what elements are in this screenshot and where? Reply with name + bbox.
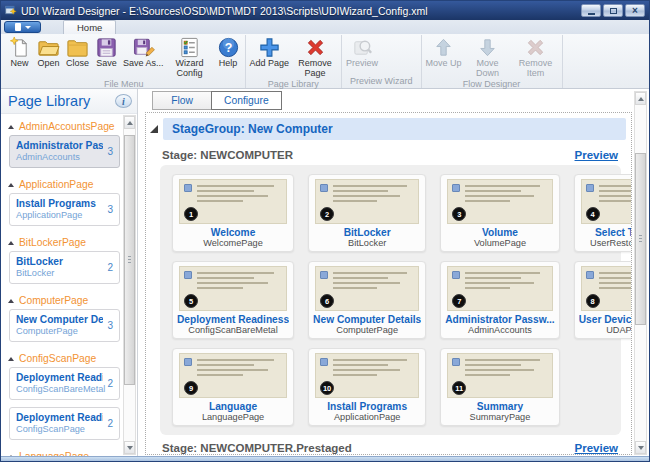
ribbon-group-flow-designer: Move Up Move Down Remove Item Flow Desig… [422, 35, 563, 88]
page-thumbnail: 8 [581, 266, 632, 311]
page-card-volume[interactable]: 3 Volume VolumePage [440, 174, 559, 252]
library-card-bitlocker[interactable]: BitLocker BitLocker 2 [9, 251, 120, 284]
main-scroll-thumb[interactable] [635, 153, 646, 325]
help-icon: ? [217, 36, 240, 59]
collapse-arrow-icon [8, 241, 14, 245]
page-thumbnail: 3 [447, 179, 552, 224]
page-thumbnail: 2 [315, 179, 419, 224]
main-scroll-track[interactable] [635, 105, 646, 441]
titlebar[interactable]: UDI Wizard Designer - E:\Sources\OSD\MDT… [1, 1, 649, 20]
page-card-summary[interactable]: 11 Summary SummaryPage [440, 348, 559, 426]
minimize-button[interactable] [581, 4, 601, 17]
collapse-arrow-icon [8, 357, 14, 361]
remove-page-button[interactable]: Remove Page [291, 35, 339, 78]
page-library-title: Page Library [8, 93, 115, 109]
page-thumbnail: 7 [447, 266, 552, 311]
stagegroup-expander-icon[interactable] [150, 125, 158, 133]
group-header-adminaccountspage[interactable]: AdminAccountsPage [1, 117, 122, 135]
sidebar-scroll-track[interactable] [124, 129, 135, 441]
group-header-languagepage[interactable]: LanguagePage [1, 447, 122, 456]
save-as-button[interactable]: Save As... [121, 35, 166, 69]
collapse-arrow-icon [8, 299, 14, 303]
library-card-install-programs[interactable]: Install Programs ApplicationPage 3 [9, 193, 120, 226]
info-icon[interactable] [115, 94, 132, 108]
close-file-button-label: Close [66, 59, 89, 69]
page-thumbnail: 1 [179, 179, 287, 224]
library-card-deployment-readiness-configscan[interactable]: Deployment Readiness ConfigScanPage 2 [9, 407, 120, 440]
page-thumbnail: 6 [315, 266, 419, 311]
page-card-install-programs[interactable]: 10 Install Programs ApplicationPage [308, 348, 426, 426]
wizard-config-button-label: Wizard Config [168, 59, 212, 78]
move-down-button[interactable]: Move Down [464, 35, 512, 78]
page-card-select-target[interactable]: 4 Select Target UserRestorePage [574, 174, 632, 252]
page-number-badge: 1 [184, 207, 198, 221]
tab-flow[interactable]: Flow [152, 91, 212, 110]
designer-tabs: Flow Configure [152, 91, 282, 110]
collapse-arrow-icon [8, 183, 14, 187]
move-up-button-label: Move Up [426, 59, 462, 69]
application-menu-button[interactable] [4, 21, 41, 33]
save-button[interactable]: Save [92, 35, 121, 69]
scroll-up-icon[interactable] [124, 116, 135, 129]
library-card-deployment-readiness-baremetal[interactable]: Deployment Readiness ConfigScanBareMetal… [9, 367, 120, 400]
new-button[interactable]: New [5, 35, 34, 69]
help-button[interactable]: ? Help [214, 35, 243, 69]
scroll-down-icon[interactable] [635, 441, 646, 454]
move-down-button-label: Move Down [466, 59, 510, 78]
minimize-icon [588, 13, 595, 15]
page-card-administrator-password[interactable]: 7 Administrator Passw... AdminAccounts [440, 261, 559, 339]
page-library-list: AdminAccountsPage Administrator Password… [1, 115, 122, 456]
add-page-button[interactable]: Add Page [248, 35, 292, 69]
wizard-config-icon [178, 36, 201, 59]
tab-home[interactable]: Home [63, 20, 116, 34]
group-header-bitlockerpage[interactable]: BitLockerPage [1, 233, 122, 251]
save-as-disk-icon [132, 36, 155, 59]
group-label-preview-wizard: Preview Wizard [344, 75, 419, 88]
remove-page-button-label: Remove Page [293, 59, 337, 78]
svg-text:?: ? [224, 41, 232, 55]
page-card-bitlocker[interactable]: 2 BitLocker BitLocker [308, 174, 426, 252]
preview-button[interactable]: Preview [344, 35, 380, 69]
page-card-user-device-affinity[interactable]: 8 User Device Affinity UDAPage [574, 261, 632, 339]
page-number-badge: 11 [452, 381, 466, 395]
remove-item-button[interactable]: Remove Item [512, 35, 560, 78]
group-header-computerpage[interactable]: ComputerPage [1, 291, 122, 309]
sidebar-scrollbar[interactable] [123, 115, 136, 455]
close-file-button[interactable]: Close [63, 35, 92, 69]
save-button-label: Save [96, 59, 117, 69]
ribbon-group-preview-wizard: Preview Preview Wizard [342, 35, 422, 88]
sidebar-scroll-thumb[interactable] [124, 135, 135, 385]
scroll-down-icon[interactable] [124, 441, 135, 454]
preview-magnifier-icon [351, 36, 374, 59]
tab-configure[interactable]: Configure [211, 91, 282, 110]
page-number-badge: 9 [184, 381, 198, 395]
collapse-arrow-icon [8, 125, 14, 129]
preview-link[interactable]: Preview [575, 149, 618, 161]
group-header-applicationpage[interactable]: ApplicationPage [1, 175, 122, 193]
open-button[interactable]: Open [34, 35, 63, 69]
move-up-button[interactable]: Move Up [424, 35, 464, 69]
page-card-language[interactable]: 9 Language LanguagePage [172, 348, 294, 426]
stage-label: Stage: NEWCOMPUTER [162, 149, 293, 161]
page-number-badge: 6 [320, 294, 334, 308]
scroll-up-icon[interactable] [635, 92, 646, 105]
page-card-welcome[interactable]: 1 Welcome WelcomePage [172, 174, 294, 252]
page-card-deployment-readiness[interactable]: 5 Deployment Readiness ConfigScanBareMet… [172, 261, 294, 339]
restore-icon [610, 8, 617, 14]
restore-button[interactable] [603, 4, 623, 17]
ribbon-tab-row: Home [1, 20, 649, 34]
library-card-administrator-password[interactable]: Administrator Password AdminAccounts 3 [9, 135, 120, 168]
page-card-new-computer-details[interactable]: 6 New Computer Details ComputerPage [308, 261, 426, 339]
stagegroup-header[interactable]: StageGroup: New Computer [163, 118, 626, 140]
page-number-badge: 8 [586, 294, 600, 308]
main-scrollbar[interactable] [634, 91, 647, 455]
page-number-badge: 7 [452, 294, 466, 308]
library-card-new-computer-details[interactable]: New Computer Details ComputerPage 3 [9, 309, 120, 342]
remove-item-x-icon [524, 36, 547, 59]
closed-folder-icon [66, 36, 89, 59]
page-number-badge: 3 [452, 207, 466, 221]
wizard-config-button[interactable]: Wizard Config [166, 35, 214, 78]
preview-link[interactable]: Preview [575, 442, 618, 454]
close-button[interactable]: × [625, 4, 645, 17]
group-header-configscanpage[interactable]: ConfigScanPage [1, 349, 122, 367]
